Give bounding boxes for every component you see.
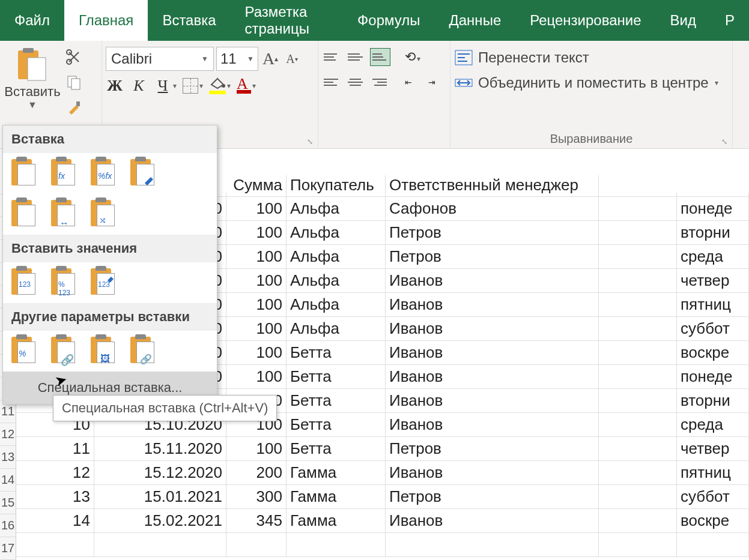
cell[interactable]: [599, 509, 677, 532]
cell[interactable]: Иванов: [386, 341, 599, 364]
tab-formulas[interactable]: Формулы: [343, 0, 434, 41]
cell[interactable]: Гамма: [287, 461, 386, 484]
dialog-launcher-icon[interactable]: ⤡: [307, 137, 313, 146]
paste-formulas-option[interactable]: fx: [51, 159, 80, 188]
cell[interactable]: Иванов: [386, 389, 599, 412]
cell[interactable]: Петров: [386, 437, 599, 460]
cell[interactable]: [599, 461, 677, 484]
cell[interactable]: среда: [677, 245, 749, 268]
row-header[interactable]: 17: [0, 537, 16, 560]
tab-view[interactable]: Вид: [656, 0, 711, 41]
cell[interactable]: 200: [226, 461, 287, 484]
cell[interactable]: пятниц: [677, 461, 749, 484]
cell[interactable]: Альфа: [287, 293, 386, 316]
cell[interactable]: 11: [16, 437, 94, 460]
row-header[interactable]: 14: [0, 469, 16, 492]
cell[interactable]: суббот: [677, 317, 749, 340]
cell[interactable]: Петров: [386, 245, 599, 268]
cell[interactable]: 15.12.2020: [94, 461, 226, 484]
cell[interactable]: воскре: [677, 509, 749, 532]
cell[interactable]: [599, 341, 677, 364]
table-row[interactable]: 1415.02.2021345ГаммаИвановвоскре: [16, 509, 749, 533]
cell[interactable]: [599, 437, 677, 460]
shrink-font-button[interactable]: A▾: [282, 47, 302, 71]
paste-linked-picture-option[interactable]: 🔗: [130, 337, 159, 366]
cell[interactable]: Бетта: [287, 389, 386, 412]
grow-font-button[interactable]: A▴: [261, 47, 280, 71]
cell[interactable]: [599, 365, 677, 388]
col-header[interactable]: [677, 193, 749, 196]
cell[interactable]: четвер: [677, 269, 749, 292]
cell[interactable]: 14: [16, 509, 94, 532]
paste-picture-option[interactable]: 🖼: [91, 337, 120, 366]
cell[interactable]: [599, 317, 677, 340]
merge-center-button[interactable]: Объединить и поместить в центре ▾: [454, 74, 729, 91]
align-middle-button[interactable]: [346, 48, 366, 66]
cell[interactable]: Петров: [386, 485, 599, 508]
cell[interactable]: Иванов: [386, 293, 599, 316]
align-top-button[interactable]: [322, 48, 342, 66]
align-bottom-button[interactable]: [370, 48, 390, 66]
cell[interactable]: [599, 413, 677, 436]
cell[interactable]: 300: [226, 485, 287, 508]
align-left-button[interactable]: [322, 73, 342, 91]
row-header[interactable]: 16: [0, 514, 16, 537]
cell[interactable]: 345: [226, 509, 287, 532]
cell[interactable]: 15.11.2020: [94, 437, 226, 460]
col-header[interactable]: [599, 193, 677, 196]
row-header[interactable]: 12: [0, 423, 16, 446]
tab-home[interactable]: Главная: [64, 0, 148, 41]
table-row[interactable]: 1115.11.2020100БеттаПетровчетвер: [16, 437, 749, 461]
paste-no-borders-option[interactable]: [11, 200, 40, 229]
font-size-combo[interactable]: 11▼: [216, 47, 258, 71]
paste-keep-source-option[interactable]: [130, 159, 159, 188]
cell[interactable]: понеде: [677, 197, 749, 220]
row-header[interactable]: 13: [0, 446, 16, 469]
cell[interactable]: Гамма: [287, 485, 386, 508]
cell[interactable]: 100: [226, 341, 287, 364]
cell[interactable]: Альфа: [287, 221, 386, 244]
underline-button[interactable]: Ч: [154, 77, 172, 95]
paste-column-widths-option[interactable]: ↔: [51, 200, 80, 229]
table-row[interactable]: [16, 533, 749, 557]
cell[interactable]: 100: [226, 197, 287, 220]
col-header-manager[interactable]: Ответственный менеджер: [386, 175, 599, 196]
col-header-buyer[interactable]: Покупатель: [287, 175, 386, 196]
tab-data[interactable]: Данные: [435, 0, 516, 41]
align-center-button[interactable]: [345, 73, 365, 91]
tab-file[interactable]: Файл: [0, 0, 64, 41]
font-color-button[interactable]: A ▾: [237, 78, 256, 94]
tab-insert[interactable]: Вставка: [148, 0, 230, 41]
cell[interactable]: 100: [226, 365, 287, 388]
tab-page-layout[interactable]: Разметка страницы: [231, 0, 344, 41]
cell[interactable]: среда: [677, 413, 749, 436]
decrease-indent-button[interactable]: ⇤: [403, 73, 423, 91]
table-row[interactable]: 1215.12.2020200ГаммаИвановпятниц: [16, 461, 749, 485]
cell[interactable]: 100: [226, 293, 287, 316]
cell[interactable]: Альфа: [287, 245, 386, 268]
cell[interactable]: [599, 269, 677, 292]
cell[interactable]: Сафонов: [386, 197, 599, 220]
cell[interactable]: 13: [16, 485, 94, 508]
borders-button[interactable]: ▾: [183, 78, 203, 94]
cell[interactable]: Иванов: [386, 413, 599, 436]
cell[interactable]: Альфа: [287, 269, 386, 292]
cell[interactable]: воскре: [677, 341, 749, 364]
cell[interactable]: [599, 389, 677, 412]
cell[interactable]: 15.01.2021: [94, 485, 226, 508]
cell[interactable]: [599, 485, 677, 508]
cell[interactable]: четвер: [677, 437, 749, 460]
cell[interactable]: Иванов: [386, 269, 599, 292]
format-painter-button[interactable]: [64, 97, 84, 118]
bold-button[interactable]: Ж: [106, 77, 124, 95]
italic-button[interactable]: К: [130, 77, 148, 95]
wrap-text-button[interactable]: Перенести текст: [454, 49, 729, 66]
paste-transpose-option[interactable]: ⤭: [91, 200, 120, 229]
cell[interactable]: Бетта: [287, 437, 386, 460]
cell[interactable]: понеде: [677, 365, 749, 388]
cell[interactable]: Иванов: [386, 317, 599, 340]
col-header-sum[interactable]: Сумма: [226, 175, 287, 196]
tab-partial[interactable]: Р: [711, 0, 749, 41]
paste-values-option[interactable]: 123: [11, 268, 40, 297]
cell[interactable]: [599, 293, 677, 316]
